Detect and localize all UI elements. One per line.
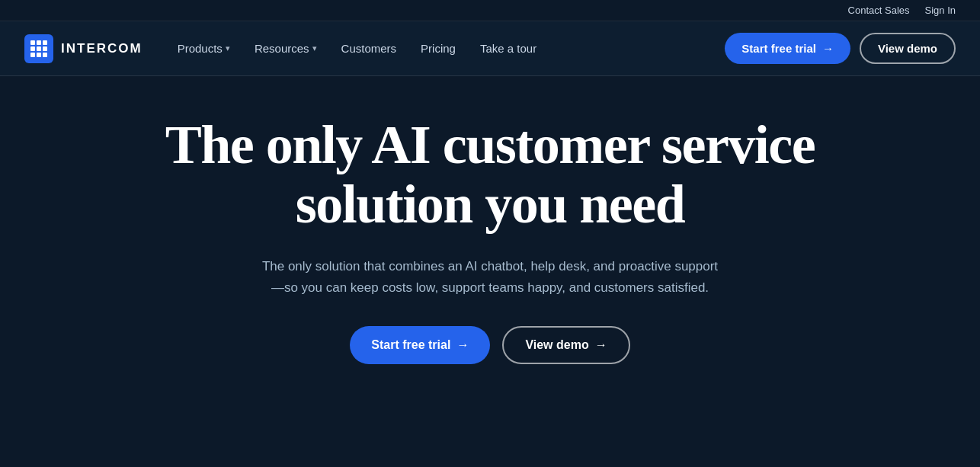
nav-start-trial-button[interactable]: Start free trial → [725,33,850,64]
hero-section: The only AI customer service solution yo… [0,76,980,395]
intercom-logo-icon [24,34,53,63]
svg-rect-8 [37,53,41,57]
utility-bar: Contact Sales Sign In [0,0,980,21]
logo[interactable]: INTERCOM [24,34,143,63]
nav-pricing[interactable]: Pricing [410,36,466,61]
hero-actions: Start free trial → View demo → [350,326,629,364]
svg-rect-4 [30,46,35,51]
chevron-down-icon: ▾ [312,43,317,53]
nav-view-demo-button[interactable]: View demo [860,33,956,64]
arrow-right-icon: → [822,42,834,55]
svg-rect-6 [43,46,47,51]
svg-rect-7 [30,53,35,57]
svg-rect-5 [37,46,41,51]
nav-take-tour[interactable]: Take a tour [469,36,547,61]
hero-start-trial-button[interactable]: Start free trial → [350,326,490,364]
svg-rect-9 [43,53,47,57]
nav-links: Products ▾ Resources ▾ Customers Pricing… [167,36,725,61]
hero-subtitle: The only solution that combines an AI ch… [261,256,719,299]
chevron-down-icon: ▾ [226,43,230,53]
logo-text: INTERCOM [61,41,143,56]
hero-title: The only AI customer service solution yo… [147,116,833,235]
nav-products[interactable]: Products ▾ [167,36,241,61]
nav-actions: Start free trial → View demo [725,33,956,64]
contact-sales-link[interactable]: Contact Sales [848,5,910,16]
arrow-right-icon: → [595,338,607,352]
nav-customers[interactable]: Customers [331,36,408,61]
svg-rect-1 [30,40,35,45]
arrow-right-icon: → [456,338,469,352]
nav-resources[interactable]: Resources ▾ [244,36,328,61]
svg-rect-3 [43,40,47,45]
navbar: INTERCOM Products ▾ Resources ▾ Customer… [0,21,980,76]
sign-in-link[interactable]: Sign In [925,5,956,16]
hero-view-demo-button[interactable]: View demo → [502,326,629,364]
svg-rect-2 [37,40,41,45]
